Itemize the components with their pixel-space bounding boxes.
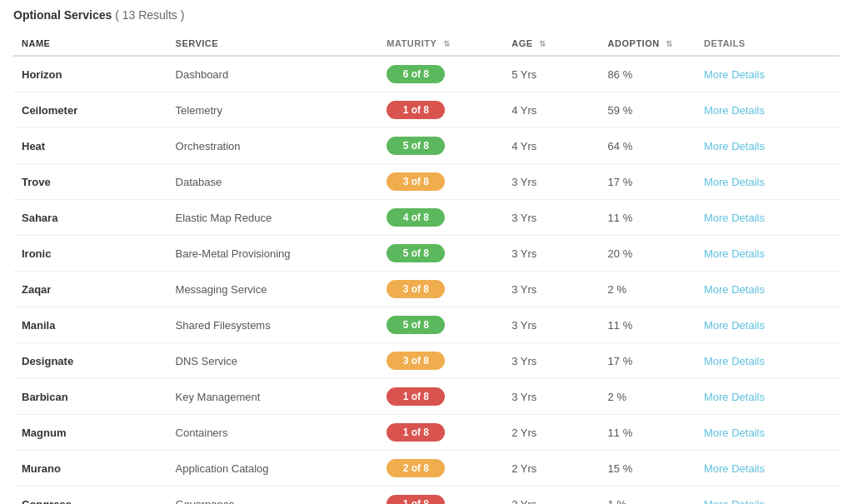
more-details-link[interactable]: More Details xyxy=(704,498,765,505)
cell-name: Ceilometer xyxy=(13,92,167,128)
cell-adoption: 11 % xyxy=(600,415,696,451)
cell-age: 3 Yrs xyxy=(503,379,599,415)
cell-service: Bare-Metal Provisioning xyxy=(167,236,379,272)
cell-service: Shared Filesystems xyxy=(167,307,379,343)
more-details-link[interactable]: More Details xyxy=(704,319,765,332)
table-row: Barbican Key Management 1 of 8 3 Yrs 2 %… xyxy=(13,379,840,415)
sort-icon-age: ⇅ xyxy=(539,39,546,48)
table-body: Horizon Dashboard 6 of 8 5 Yrs 86 % More… xyxy=(13,56,840,504)
cell-adoption: 15 % xyxy=(600,451,696,487)
maturity-badge: 6 of 8 xyxy=(387,65,445,83)
cell-name: Horizon xyxy=(13,56,167,92)
cell-age: 3 Yrs xyxy=(503,236,599,272)
col-header-name: NAME xyxy=(13,32,167,56)
cell-service: Key Management xyxy=(167,379,379,415)
more-details-link[interactable]: More Details xyxy=(704,176,765,188)
table-row: Heat Orchestration 5 of 8 4 Yrs 64 % Mor… xyxy=(13,128,840,164)
maturity-badge: 3 of 8 xyxy=(387,172,445,191)
cell-maturity: 3 of 8 xyxy=(378,164,503,200)
cell-maturity: 2 of 8 xyxy=(378,451,503,487)
more-details-link[interactable]: More Details xyxy=(704,283,765,296)
cell-adoption: 17 % xyxy=(600,343,696,379)
table-header: NAME SERVICE MATURITY ⇅ AGE ⇅ ADOPTION ⇅… xyxy=(13,32,840,56)
cell-maturity: 5 of 8 xyxy=(378,307,503,343)
cell-age: 4 Yrs xyxy=(503,92,599,128)
table-row: Trove Database 3 of 8 3 Yrs 17 % More De… xyxy=(13,164,840,200)
more-details-link[interactable]: More Details xyxy=(704,247,765,260)
cell-details: More Details xyxy=(696,56,840,92)
more-details-link[interactable]: More Details xyxy=(704,68,765,81)
cell-details: More Details xyxy=(696,451,840,487)
cell-service: Telemetry xyxy=(167,92,379,128)
cell-maturity: 5 of 8 xyxy=(378,128,503,164)
cell-service: Database xyxy=(167,164,379,200)
maturity-badge: 3 of 8 xyxy=(387,280,445,298)
cell-name: Sahara xyxy=(13,200,167,236)
cell-name: Magnum xyxy=(13,415,167,451)
cell-details: More Details xyxy=(696,200,840,236)
more-details-link[interactable]: More Details xyxy=(704,104,765,117)
maturity-badge: 1 of 8 xyxy=(387,495,445,504)
more-details-link[interactable]: More Details xyxy=(704,355,765,367)
maturity-badge: 5 of 8 xyxy=(387,244,445,262)
maturity-badge: 5 of 8 xyxy=(387,137,445,155)
cell-service: Orchestration xyxy=(167,128,379,164)
table-row: Ceilometer Telemetry 1 of 8 4 Yrs 59 % M… xyxy=(13,92,840,128)
col-header-adoption[interactable]: ADOPTION ⇅ xyxy=(600,32,696,56)
cell-details: More Details xyxy=(696,128,840,164)
more-details-link[interactable]: More Details xyxy=(704,462,765,475)
services-table: NAME SERVICE MATURITY ⇅ AGE ⇅ ADOPTION ⇅… xyxy=(13,32,840,504)
cell-service: Governance xyxy=(167,487,379,505)
cell-details: More Details xyxy=(696,307,840,343)
cell-service: Dashboard xyxy=(167,56,379,92)
cell-adoption: 2 % xyxy=(600,379,696,415)
cell-age: 4 Yrs xyxy=(503,128,599,164)
table-row: Congress Governance 1 of 8 2 Yrs 1 % Mor… xyxy=(13,487,840,505)
cell-adoption: 86 % xyxy=(600,56,696,92)
cell-adoption: 11 % xyxy=(600,307,696,343)
col-header-age[interactable]: AGE ⇅ xyxy=(503,32,599,56)
col-header-maturity[interactable]: MATURITY ⇅ xyxy=(378,32,503,56)
maturity-badge: 1 of 8 xyxy=(387,423,445,442)
cell-maturity: 1 of 8 xyxy=(378,487,503,505)
cell-name: Manila xyxy=(13,307,167,343)
cell-details: More Details xyxy=(696,487,840,505)
table-row: Murano Application Catalog 2 of 8 2 Yrs … xyxy=(13,451,840,487)
cell-details: More Details xyxy=(696,92,840,128)
more-details-link[interactable]: More Details xyxy=(704,427,765,439)
cell-maturity: 1 of 8 xyxy=(378,415,503,451)
maturity-badge: 3 of 8 xyxy=(387,352,445,370)
col-header-details: DETAILS xyxy=(696,32,840,56)
cell-name: Barbican xyxy=(13,379,167,415)
cell-maturity: 1 of 8 xyxy=(378,379,503,415)
table-row: Magnum Containers 1 of 8 2 Yrs 11 % More… xyxy=(13,415,840,451)
table-row: Ironic Bare-Metal Provisioning 5 of 8 3 … xyxy=(13,236,840,272)
more-details-link[interactable]: More Details xyxy=(704,140,765,152)
cell-adoption: 59 % xyxy=(600,92,696,128)
results-count: ( 13 Results ) xyxy=(115,8,184,22)
cell-service: Elastic Map Reduce xyxy=(167,200,379,236)
cell-age: 3 Yrs xyxy=(503,272,599,307)
page-container: Optional Services ( 13 Results ) NAME SE… xyxy=(0,0,853,504)
more-details-link[interactable]: More Details xyxy=(704,391,765,403)
cell-adoption: 17 % xyxy=(600,164,696,200)
cell-adoption: 20 % xyxy=(600,236,696,272)
table-row: Manila Shared Filesystems 5 of 8 3 Yrs 1… xyxy=(13,307,840,343)
maturity-badge: 1 of 8 xyxy=(387,101,445,119)
cell-details: More Details xyxy=(696,415,840,451)
cell-age: 3 Yrs xyxy=(503,200,599,236)
header-row: NAME SERVICE MATURITY ⇅ AGE ⇅ ADOPTION ⇅… xyxy=(13,32,840,56)
sort-icon-maturity: ⇅ xyxy=(443,39,451,48)
maturity-badge: 2 of 8 xyxy=(387,459,445,477)
cell-age: 2 Yrs xyxy=(503,451,599,487)
col-header-service: SERVICE xyxy=(167,32,379,56)
cell-maturity: 6 of 8 xyxy=(378,56,503,92)
cell-name: Congress xyxy=(13,487,167,505)
maturity-badge: 1 of 8 xyxy=(387,387,445,406)
more-details-link[interactable]: More Details xyxy=(704,212,765,224)
cell-maturity: 3 of 8 xyxy=(378,272,503,307)
table-row: Zaqar Messaging Service 3 of 8 3 Yrs 2 %… xyxy=(13,272,840,307)
cell-age: 2 Yrs xyxy=(503,415,599,451)
cell-adoption: 2 % xyxy=(600,272,696,307)
cell-details: More Details xyxy=(696,272,840,307)
